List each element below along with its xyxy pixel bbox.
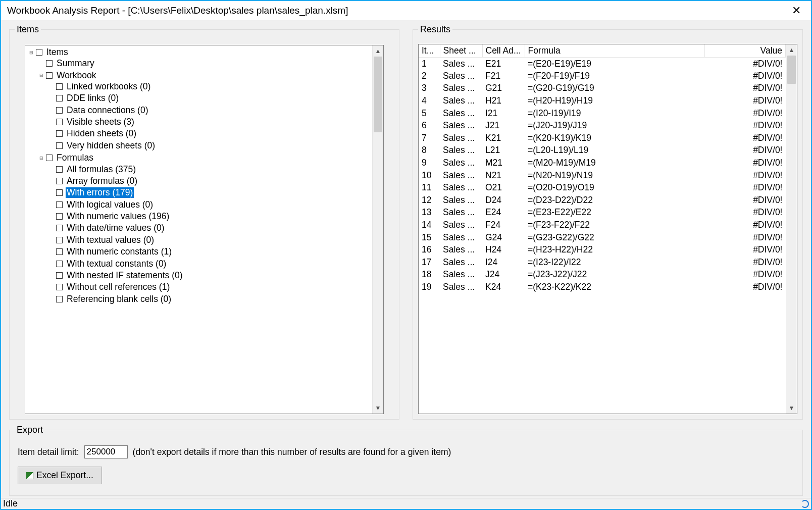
- scroll-down-icon[interactable]: ▼: [373, 402, 383, 414]
- tree-node[interactable]: With logical values (0): [48, 199, 372, 211]
- results-pane: It... Sheet ... Cell Ad... Formula Value…: [418, 44, 797, 414]
- tree-checkbox[interactable]: [56, 284, 63, 290]
- tree-node[interactable]: Without cell references (1): [48, 281, 372, 293]
- table-row[interactable]: 2Sales ...F21=(F20-F19)/F19#DIV/0!: [419, 70, 786, 82]
- table-row[interactable]: 1Sales ...E21=(E20-E19)/E19#DIV/0!: [419, 58, 786, 70]
- tree-checkbox[interactable]: [56, 166, 63, 173]
- table-row[interactable]: 3Sales ...G21=(G20-G19)/G19#DIV/0!: [419, 82, 786, 95]
- table-row[interactable]: 17Sales ...I24=(I23-I22)/I22#DIV/0!: [419, 256, 786, 269]
- cell: 2: [419, 70, 440, 82]
- tree-node[interactable]: Referencing blank cells (0): [48, 293, 372, 305]
- items-legend: Items: [15, 24, 41, 35]
- collapse-icon[interactable]: ⊟: [38, 155, 44, 161]
- table-row[interactable]: 18Sales ...J24=(J23-J22)/J22#DIV/0!: [419, 269, 786, 281]
- tree-node[interactable]: All formulas (375): [48, 163, 372, 175]
- tree-checkbox[interactable]: [56, 237, 63, 243]
- cell: H21: [482, 94, 525, 107]
- tree-node[interactable]: With textual constants (0): [48, 258, 372, 269]
- tree-node[interactable]: Array formulas (0): [48, 175, 372, 187]
- scroll-up-icon[interactable]: ▲: [373, 45, 383, 57]
- items-scrollbar[interactable]: ▲ ▼: [372, 45, 383, 414]
- table-row[interactable]: 9Sales ...M21=(M20-M19)/M19#DIV/0!: [419, 157, 786, 169]
- tree-checkbox[interactable]: [56, 83, 63, 90]
- tree-node[interactable]: With nested IF statements (0): [48, 270, 372, 281]
- cell: D24: [482, 194, 525, 207]
- tree-checkbox[interactable]: [56, 248, 63, 255]
- table-row[interactable]: 19Sales ...K24=(K23-K22)/K22#DIV/0!: [419, 281, 786, 293]
- tree-checkbox[interactable]: [56, 130, 63, 137]
- tree-node[interactable]: ⊟ItemsSummary⊟WorkbookLinked workbooks (…: [28, 46, 372, 306]
- tree-node[interactable]: Summary: [38, 58, 372, 69]
- tree-node[interactable]: Data connections (0): [48, 105, 372, 116]
- close-icon[interactable]: ✕: [786, 4, 807, 17]
- col-formula[interactable]: Formula: [525, 44, 705, 58]
- items-tree[interactable]: ⊟ItemsSummary⊟WorkbookLinked workbooks (…: [25, 45, 372, 414]
- cell: 17: [419, 256, 440, 269]
- col-item[interactable]: It...: [419, 44, 440, 58]
- tree-checkbox[interactable]: [46, 155, 53, 161]
- tree-node[interactable]: With numeric values (196): [48, 211, 372, 222]
- limit-input[interactable]: [84, 445, 128, 458]
- col-cell[interactable]: Cell Ad...: [482, 44, 525, 58]
- tree-checkbox[interactable]: [56, 142, 63, 149]
- cell: #DIV/0!: [705, 207, 786, 219]
- cell: G21: [482, 82, 525, 95]
- table-row[interactable]: 5Sales ...I21=(I20-I19)/I19#DIV/0!: [419, 107, 786, 120]
- cell: Sales ...: [440, 269, 482, 281]
- tree-checkbox[interactable]: [56, 296, 63, 302]
- table-row[interactable]: 6Sales ...J21=(J20-J19)/J19#DIV/0!: [419, 119, 786, 132]
- tree-node[interactable]: ⊟WorkbookLinked workbooks (0)DDE links (…: [38, 70, 372, 152]
- tree-node[interactable]: With textual values (0): [48, 234, 372, 246]
- col-sheet[interactable]: Sheet ...: [440, 44, 482, 58]
- collapse-icon[interactable]: ⊟: [28, 49, 34, 56]
- tree-node[interactable]: With numeric constants (1): [48, 246, 372, 258]
- tree-checkbox[interactable]: [46, 72, 53, 79]
- scroll-up-icon[interactable]: ▲: [786, 44, 797, 56]
- tree-node[interactable]: With date/time values (0): [48, 222, 372, 234]
- table-row[interactable]: 13Sales ...E24=(E23-E22)/E22#DIV/0!: [419, 207, 786, 219]
- tree-label: Visible sheets (3): [66, 117, 135, 127]
- scroll-thumb[interactable]: [374, 57, 382, 132]
- table-row[interactable]: 10Sales ...N21=(N20-N19)/N19#DIV/0!: [419, 169, 786, 182]
- table-row[interactable]: 12Sales ...D24=(D23-D22)/D22#DIV/0!: [419, 194, 786, 207]
- excel-export-button[interactable]: Excel Export...: [18, 467, 102, 484]
- tree-checkbox[interactable]: [56, 272, 63, 279]
- tree-checkbox[interactable]: [56, 107, 63, 114]
- tree-checkbox[interactable]: [56, 213, 63, 220]
- tree-node[interactable]: DDE links (0): [48, 92, 372, 104]
- tree-checkbox[interactable]: [56, 201, 63, 208]
- scroll-down-icon[interactable]: ▼: [786, 402, 797, 414]
- refresh-icon[interactable]: [801, 500, 809, 508]
- table-row[interactable]: 11Sales ...O21=(O20-O19)/O19#DIV/0!: [419, 181, 786, 194]
- cell: 1: [419, 58, 440, 70]
- tree-node[interactable]: Hidden sheets (0): [48, 128, 372, 139]
- tree-label: With nested IF statements (0): [66, 270, 184, 281]
- cell: Sales ...: [440, 207, 482, 219]
- tree-checkbox[interactable]: [56, 119, 63, 125]
- tree-checkbox[interactable]: [56, 95, 63, 101]
- cell: =(D23-D22)/D22: [525, 194, 705, 207]
- table-row[interactable]: 14Sales ...F24=(F23-F22)/F22#DIV/0!: [419, 219, 786, 231]
- tree-node[interactable]: Visible sheets (3): [48, 116, 372, 128]
- items-group: Items ⊟ItemsSummary⊟WorkbookLinked workb…: [9, 24, 399, 420]
- col-value[interactable]: Value: [705, 44, 786, 58]
- tree-node[interactable]: With errors (179): [48, 187, 372, 198]
- tree-node[interactable]: Very hidden sheets (0): [48, 140, 372, 151]
- tree-node[interactable]: ⊟FormulasAll formulas (375)Array formula…: [38, 152, 372, 305]
- tree-checkbox[interactable]: [56, 225, 63, 231]
- tree-checkbox[interactable]: [36, 49, 42, 56]
- tree-node[interactable]: Linked workbooks (0): [48, 81, 372, 92]
- table-row[interactable]: 4Sales ...H21=(H20-H19)/H19#DIV/0!: [419, 94, 786, 107]
- tree-checkbox[interactable]: [56, 189, 63, 196]
- tree-checkbox[interactable]: [56, 261, 63, 267]
- tree-checkbox[interactable]: [46, 60, 53, 67]
- table-row[interactable]: 15Sales ...G24=(G23-G22)/G22#DIV/0!: [419, 231, 786, 244]
- table-row[interactable]: 16Sales ...H24=(H23-H22)/H22#DIV/0!: [419, 243, 786, 256]
- collapse-icon[interactable]: ⊟: [38, 72, 44, 78]
- table-row[interactable]: 8Sales ...L21=(L20-L19)/L19#DIV/0!: [419, 144, 786, 157]
- tree-checkbox[interactable]: [56, 178, 63, 184]
- table-row[interactable]: 7Sales ...K21=(K20-K19)/K19#DIV/0!: [419, 132, 786, 144]
- scroll-thumb[interactable]: [787, 56, 796, 84]
- results-scrollbar[interactable]: ▲ ▼: [786, 44, 797, 414]
- results-table-wrap[interactable]: It... Sheet ... Cell Ad... Formula Value…: [419, 44, 786, 414]
